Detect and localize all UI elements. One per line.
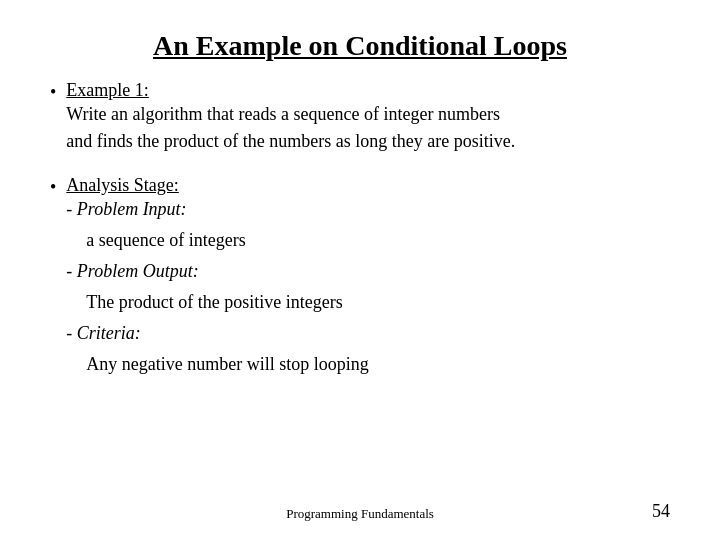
criteria-label: - Criteria: <box>66 320 368 347</box>
problem-output-value: The product of the positive integers <box>86 289 368 316</box>
bullet1-line1: Write an algorithm that reads a sequence… <box>66 101 515 128</box>
bullet-content-1: Example 1: Write an algorithm that reads… <box>66 80 515 155</box>
problem-input-value: a sequence of integers <box>86 227 368 254</box>
footer-page: 54 <box>652 501 670 522</box>
bullet-content-2: Analysis Stage: - Problem Input: a seque… <box>66 175 368 378</box>
bullet1-header: Example 1: <box>66 80 515 101</box>
problem-output-label: - Problem Output: <box>66 258 368 285</box>
bullet-icon-1: • <box>50 82 56 103</box>
bullet-section-2: • Analysis Stage: - Problem Input: a seq… <box>50 175 670 378</box>
content-area: • Example 1: Write an algorithm that rea… <box>50 80 670 520</box>
bullet-section-1: • Example 1: Write an algorithm that rea… <box>50 80 670 155</box>
footer-center: Programming Fundamentals <box>286 506 434 522</box>
bullet-icon-2: • <box>50 177 56 198</box>
criteria-value: Any negative number will stop looping <box>86 351 368 378</box>
problem-input-label: - Problem Input: <box>66 196 368 223</box>
bullet2-header: Analysis Stage: <box>66 175 368 196</box>
bullet1-line2: and finds the product of the numbers as … <box>66 128 515 155</box>
slide: An Example on Conditional Loops • Exampl… <box>0 0 720 540</box>
analysis-content: - Problem Input: a sequence of integers … <box>66 196 368 378</box>
slide-title: An Example on Conditional Loops <box>50 30 670 62</box>
